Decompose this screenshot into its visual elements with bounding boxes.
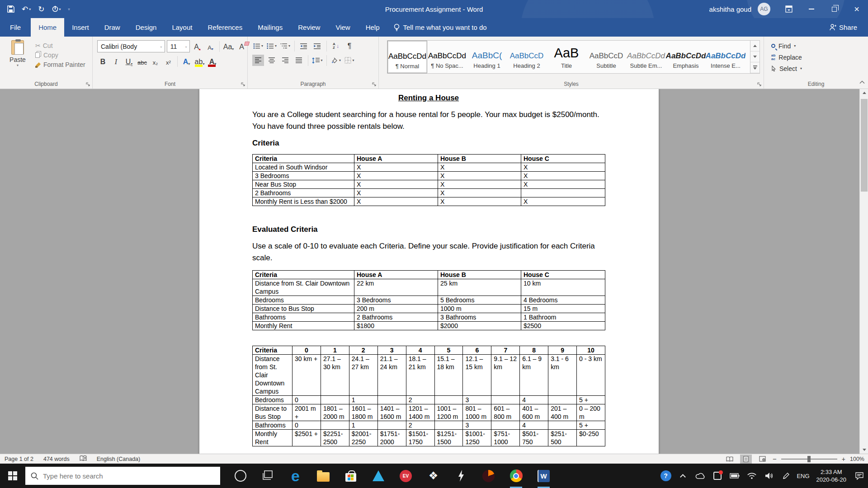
read-mode-icon[interactable] [724, 455, 736, 464]
wifi-button[interactable] [743, 464, 760, 488]
font-dialog-launcher-icon[interactable] [241, 82, 245, 87]
undo-icon[interactable]: ↶▾ [22, 5, 31, 14]
grow-font-button[interactable]: A▴ [192, 41, 203, 52]
clear-formatting-button[interactable]: A [236, 41, 247, 52]
taskbar-search[interactable] [25, 467, 220, 485]
styles-more-icon[interactable] [750, 62, 760, 73]
language-indicator[interactable]: English (Canada) [97, 456, 141, 462]
scroll-down-icon[interactable] [860, 446, 868, 454]
tab-help[interactable]: Help [358, 18, 387, 37]
styles-scroll-down-icon[interactable] [750, 52, 760, 62]
text-effects-button[interactable]: A▾ [181, 56, 192, 67]
windows-ink-button[interactable] [778, 464, 795, 488]
shrink-font-button[interactable]: A▾ [205, 41, 216, 52]
signed-in-user[interactable]: akshitha goud [709, 5, 751, 13]
clipboard-dialog-launcher-icon[interactable] [86, 82, 90, 87]
dark-app-button[interactable] [475, 464, 502, 488]
ribbon-display-options-icon[interactable] [778, 0, 800, 18]
zoom-out-button[interactable]: − [773, 455, 777, 463]
style-no-spacing[interactable]: AaBbCcDd¶ No Spac... [427, 41, 467, 73]
store-button[interactable] [337, 464, 364, 488]
tab-design[interactable]: Design [128, 18, 165, 37]
tell-me-box[interactable]: Tell me what you want to do [394, 18, 487, 37]
restore-button[interactable] [823, 0, 845, 18]
align-right-button[interactable] [279, 55, 291, 66]
underline-button[interactable]: U▾ [123, 56, 135, 67]
zoom-slider[interactable] [781, 459, 837, 460]
minimize-button[interactable] [800, 0, 823, 18]
print-layout-icon[interactable] [740, 455, 752, 464]
line-spacing-button[interactable]: ▾ [311, 55, 323, 66]
subscript-button[interactable]: x₂ [150, 56, 161, 67]
chrome-button[interactable] [502, 464, 530, 488]
touch-mode-icon[interactable]: ▾ [52, 5, 61, 13]
font-color-button[interactable]: A▾ [207, 56, 218, 67]
language-button[interactable]: ENG [795, 464, 812, 488]
style-emphasis[interactable]: AaBbCcDdEmphasis [666, 41, 706, 73]
change-case-button[interactable]: Aa▾ [223, 41, 234, 52]
dropbox-button[interactable]: ❖ [420, 464, 447, 488]
mail-app-button[interactable] [364, 464, 392, 488]
shading-button[interactable]: ▾ [330, 55, 342, 66]
get-help-button[interactable]: ? [657, 464, 675, 488]
page-indicator[interactable]: Page 1 of 2 [5, 456, 33, 462]
proofing-icon[interactable] [80, 455, 87, 463]
style-title[interactable]: AaBTitle [547, 41, 586, 73]
tab-review[interactable]: Review [290, 18, 328, 37]
align-center-button[interactable] [266, 55, 278, 66]
battery-button[interactable] [726, 464, 743, 488]
save-icon[interactable] [7, 5, 14, 13]
document-page[interactable]: Renting a House You are a College studen… [199, 89, 659, 454]
avatar[interactable]: AG [758, 3, 770, 15]
style-subtitle[interactable]: AaBbCcDSubtitle [586, 41, 626, 73]
volume-button[interactable] [760, 464, 778, 488]
font-name-combo[interactable]: Calibri (Body⌄ [97, 40, 165, 52]
hidden-icons-button[interactable] [675, 464, 692, 488]
zoom-level[interactable]: 100% [850, 456, 864, 462]
styles-scroll-up-icon[interactable] [750, 41, 760, 52]
align-left-button[interactable] [252, 55, 264, 66]
superscript-button[interactable]: x² [163, 56, 174, 67]
font-size-combo[interactable]: 11⌄ [167, 40, 190, 52]
increase-indent-button[interactable] [311, 40, 323, 52]
search-input[interactable] [43, 472, 197, 480]
style-normal[interactable]: AaBbCcDd¶ Normal [387, 41, 427, 73]
find-button[interactable]: Find▾ [771, 40, 868, 52]
tab-file[interactable]: File [0, 18, 31, 37]
task-view-button[interactable] [254, 464, 282, 488]
word-button[interactable]: W [530, 464, 557, 488]
tab-mailings[interactable]: Mailings [250, 18, 290, 37]
decrease-indent-button[interactable] [298, 40, 310, 52]
style-intense-emphasis[interactable]: AaBbCcDdIntense E... [706, 41, 745, 73]
styles-dialog-launcher-icon[interactable] [757, 82, 762, 87]
collapse-ribbon-icon[interactable] [859, 78, 865, 86]
clock[interactable]: 2:33 AM 2020-06-20 [812, 468, 851, 483]
style-heading-2[interactable]: AaBbCcDHeading 2 [507, 41, 547, 73]
format-painter-button[interactable]: Format Painter [35, 61, 85, 68]
scrollbar-thumb[interactable] [861, 99, 868, 192]
cortana-button[interactable] [226, 464, 254, 488]
close-button[interactable]: × [845, 0, 868, 18]
sort-button[interactable]: AZ↓ [330, 40, 342, 52]
start-button[interactable] [0, 464, 25, 488]
tab-references[interactable]: References [200, 18, 250, 37]
justify-button[interactable] [293, 55, 305, 66]
scroll-up-icon[interactable] [860, 89, 868, 97]
customize-qat-icon[interactable]: ▿ [68, 7, 70, 11]
silhouette-button[interactable] [447, 464, 475, 488]
file-explorer-button[interactable] [309, 464, 337, 488]
tab-home[interactable]: Home [31, 18, 64, 37]
tab-layout[interactable]: Layout [164, 18, 200, 37]
tab-insert[interactable]: Insert [64, 18, 97, 37]
style-subtle-emphasis[interactable]: AaBbCcDdSubtle Em... [626, 41, 666, 73]
copy-button[interactable]: Copy [35, 52, 85, 59]
onedrive-button[interactable] [692, 464, 709, 488]
paragraph-dialog-launcher-icon[interactable] [372, 82, 377, 87]
cut-button[interactable]: ✂Cut [35, 42, 85, 49]
zoom-in-button[interactable]: + [842, 455, 845, 463]
replace-button[interactable]: abacReplace [771, 52, 868, 63]
action-center-button[interactable] [851, 464, 868, 488]
style-heading-1[interactable]: AaBbC(Heading 1 [467, 41, 507, 73]
zoom-slider-handle[interactable] [807, 456, 811, 462]
vertical-scrollbar[interactable] [859, 89, 868, 454]
